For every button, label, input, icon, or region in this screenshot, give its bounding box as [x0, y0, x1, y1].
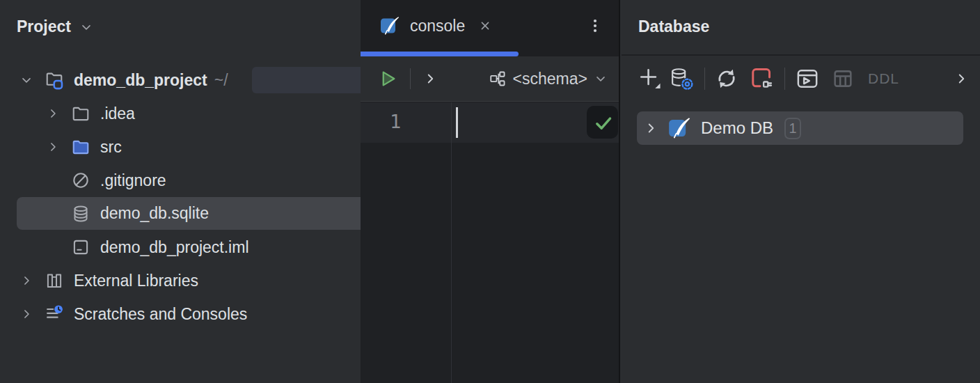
datasource-count-badge: 1	[784, 118, 801, 139]
chevron-right-icon[interactable]	[18, 274, 35, 288]
tree-row-project-root[interactable]: demo_db_project ~/	[0, 64, 379, 96]
new-datasource-button[interactable]	[638, 67, 662, 91]
datasource-properties-button[interactable]	[667, 66, 695, 91]
chevron-right-icon[interactable]	[45, 107, 61, 120]
editor-area: console	[361, 0, 620, 383]
tree-item-label: Scratches and Consoles	[74, 305, 247, 324]
more-toolbar-chevron[interactable]	[954, 71, 969, 86]
gutter-divider	[451, 102, 452, 383]
console-toolbar: <schema>	[361, 56, 619, 102]
project-tool-window: Project demo_db_project ~/	[0, 0, 361, 383]
editor-tab-bar: console	[361, 0, 619, 52]
tree-item-label: src	[100, 138, 122, 157]
schema-selector-label: <schema>	[513, 70, 587, 88]
toolbar-divider	[784, 68, 785, 90]
tree-row-gitignore[interactable]: .gitignore	[0, 164, 405, 196]
tree-item-label: .gitignore	[100, 171, 166, 190]
tree-row-idea[interactable]: .idea	[0, 97, 405, 130]
toolbar-divider	[410, 68, 411, 89]
active-tab-indicator	[361, 52, 519, 56]
scratches-icon	[45, 304, 64, 324]
chevron-down-icon	[79, 20, 93, 34]
schema-selector[interactable]: <schema>	[489, 70, 608, 88]
project-folder-icon	[45, 70, 64, 90]
jump-to-console-button[interactable]	[794, 66, 821, 91]
schema-icon	[489, 70, 507, 88]
tree-item-label: demo_db_project	[74, 71, 207, 90]
refresh-button[interactable]	[714, 66, 739, 91]
kebab-menu-icon[interactable]	[587, 17, 603, 35]
tree-item-label: demo_db.sqlite	[100, 204, 209, 223]
disconnect-button[interactable]	[748, 65, 775, 92]
tree-item-label: External Libraries	[74, 272, 198, 290]
datasource-row-demo-db[interactable]: Demo DB 1	[637, 111, 963, 145]
toolbar-divider	[704, 68, 705, 90]
sqlite-icon	[380, 16, 400, 36]
tab-console[interactable]: console	[380, 16, 492, 36]
tree-item-label: .idea	[100, 104, 135, 123]
chevron-right-icon[interactable]	[18, 307, 35, 321]
project-path-prefix: ~/	[214, 71, 228, 90]
run-button[interactable]	[377, 68, 398, 89]
sql-editor[interactable]: 1	[361, 102, 619, 383]
line-number: 1	[390, 111, 401, 132]
inspection-status-widget[interactable]	[587, 106, 618, 139]
tree-item-label: demo_db_project.iml	[100, 238, 249, 257]
tree-row-external-libraries[interactable]: External Libraries	[0, 265, 379, 297]
chevron-right-icon[interactable]	[422, 71, 438, 86]
text-caret	[456, 107, 458, 138]
datasource-label: Demo DB	[701, 118, 773, 138]
database-toolbar: DDL	[622, 56, 980, 102]
database-tool-window: Database	[622, 0, 980, 383]
database-panel-title: Database	[638, 17, 709, 36]
chevron-down-icon[interactable]	[18, 73, 35, 87]
source-folder-icon	[71, 137, 90, 157]
check-icon	[593, 113, 612, 132]
folder-icon	[71, 104, 90, 123]
table-view-button-disabled	[830, 67, 855, 91]
tree-row-scratches[interactable]: Scratches and Consoles	[0, 298, 379, 330]
libraries-icon	[45, 271, 64, 290]
database-file-icon	[71, 204, 90, 224]
module-file-icon	[71, 237, 90, 257]
ignored-file-icon	[71, 171, 90, 190]
tree-row-src[interactable]: src	[0, 131, 405, 163]
chevron-right-icon[interactable]	[642, 120, 659, 136]
sqlite-icon	[668, 117, 690, 139]
tree-row-iml[interactable]: demo_db_project.iml	[0, 231, 405, 263]
ddl-button-disabled: DDL	[868, 70, 899, 87]
tree-row-sqlite-selected[interactable]: demo_db.sqlite	[17, 197, 372, 230]
chevron-down-icon	[594, 72, 608, 86]
tab-label: console	[410, 17, 465, 36]
project-panel-header[interactable]: Project	[17, 17, 93, 36]
ide-window: Project demo_db_project ~/	[0, 0, 980, 383]
chevron-right-icon[interactable]	[45, 140, 61, 154]
close-icon[interactable]	[478, 19, 492, 33]
project-panel-title: Project	[17, 17, 71, 36]
